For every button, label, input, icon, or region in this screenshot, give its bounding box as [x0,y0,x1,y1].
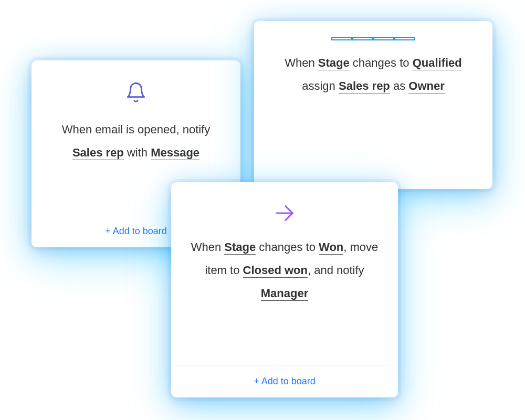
automation-rule-text: When Stage changes to Qualified assign S… [270,51,477,98]
rule-text-part: , and notify [308,264,364,277]
card-body: When Stage changes to Won, move item to … [171,182,398,365]
automation-rule-text: When Stage changes to Won, move item to … [187,236,382,305]
card-body: When Stage changes to Qualified assign S… [254,21,492,189]
automation-card-move: When Stage changes to Won, move item to … [171,182,398,397]
rule-text-part: changes to [350,56,413,69]
rule-variable-stage[interactable]: Stage [224,240,256,255]
automation-card-assign: When Stage changes to Qualified assign S… [254,21,492,189]
list-icon [331,37,415,42]
rule-variable-stage[interactable]: Stage [318,56,350,70]
rule-variable-sales-rep[interactable]: Sales rep [339,79,390,93]
rule-text-part: assign [302,79,339,92]
rule-text-part: When [285,56,318,69]
bell-icon [125,81,147,103]
card-footer: + Add to board [171,365,398,397]
arrow-right-icon [272,201,297,225]
rule-variable-message[interactable]: Message [151,146,200,160]
add-to-board-button[interactable]: + Add to board [105,226,167,237]
rule-variable-manager[interactable]: Manager [261,287,308,301]
rule-text-part: as [390,79,408,92]
rule-text-part: changes to [256,240,319,254]
rule-variable-qualified[interactable]: Qualified [413,56,462,70]
rule-variable-owner[interactable]: Owner [408,79,444,93]
rule-variable-sales-rep[interactable]: Sales rep [72,146,124,160]
rule-text-part: with [124,146,151,159]
rule-text-part: When [191,240,225,254]
rule-variable-won[interactable]: Won [319,240,343,255]
automation-rule-text: When email is opened, notify Sales rep w… [49,118,223,164]
rule-text-part: When email is opened, notify [62,123,211,136]
add-to-board-button[interactable]: + Add to board [254,376,316,387]
rule-variable-closed-won[interactable]: Closed won [243,264,308,278]
